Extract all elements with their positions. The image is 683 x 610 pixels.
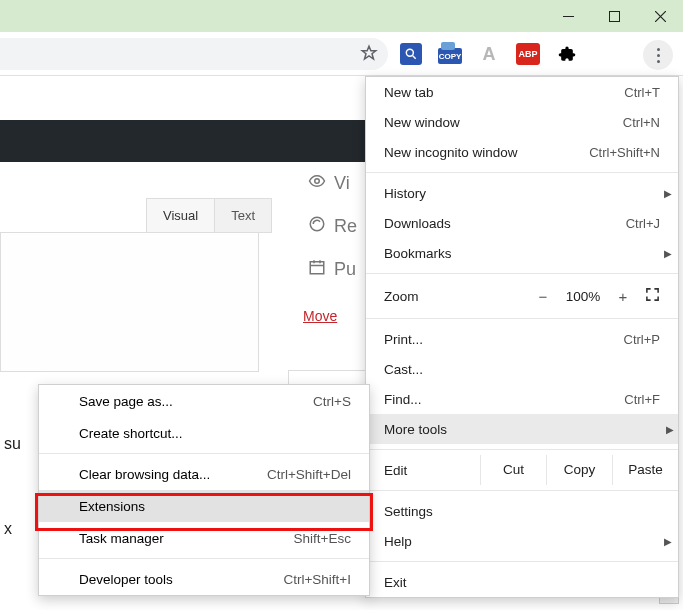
menu-separator — [366, 561, 678, 562]
menu-downloads[interactable]: DownloadsCtrl+J — [366, 208, 678, 238]
submenu-separator — [39, 558, 369, 559]
svg-rect-5 — [310, 262, 324, 274]
meta-icons: Vi Re Pu — [308, 172, 357, 281]
zoom-out-button[interactable]: − — [528, 288, 558, 305]
menu-new-tab[interactable]: New tabCtrl+T — [366, 77, 678, 107]
menu-settings[interactable]: Settings — [366, 496, 678, 526]
close-button[interactable] — [637, 0, 683, 32]
submenu-clear-browsing[interactable]: Clear browsing data...Ctrl+Shift+Del — [39, 458, 369, 490]
menu-separator — [366, 172, 678, 173]
edit-cut[interactable]: Cut — [480, 455, 546, 485]
svg-rect-1 — [609, 11, 619, 21]
submenu-separator — [39, 453, 369, 454]
extension-search-icon[interactable] — [400, 43, 422, 65]
meta-label-1: Re — [334, 216, 357, 237]
kebab-icon — [657, 48, 660, 63]
bookmark-star-icon[interactable] — [360, 44, 378, 65]
zoom-in-button[interactable]: + — [608, 288, 638, 305]
submenu-extensions[interactable]: Extensions — [39, 490, 369, 522]
extension-copy-icon[interactable]: COPY — [438, 48, 462, 64]
menu-separator — [366, 318, 678, 319]
page-text-4: x — [4, 520, 12, 538]
chevron-right-icon: ▶ — [664, 248, 672, 259]
extension-a-icon[interactable]: A — [478, 43, 500, 65]
page-dark-header — [0, 120, 370, 162]
chevron-right-icon: ▶ — [664, 188, 672, 199]
extension-icons: COPY A ABP — [400, 40, 578, 68]
submenu-task-manager[interactable]: Task managerShift+Esc — [39, 522, 369, 554]
menu-zoom: Zoom − 100% + — [366, 279, 678, 313]
menu-exit[interactable]: Exit — [366, 567, 678, 597]
menu-separator — [366, 490, 678, 491]
tab-text[interactable]: Text — [215, 198, 272, 233]
extensions-puzzle-icon[interactable] — [556, 43, 578, 65]
menu-help[interactable]: Help▶ — [366, 526, 678, 556]
submenu-save-page[interactable]: Save page as...Ctrl+S — [39, 385, 369, 417]
calendar-icon — [308, 258, 326, 281]
browser-toolbar: COPY A ABP — [0, 32, 683, 76]
menu-more-tools[interactable]: More tools▶ — [366, 414, 678, 444]
chrome-menu-button[interactable] — [643, 40, 673, 70]
meta-label-2: Pu — [334, 259, 356, 280]
editor-box[interactable] — [0, 232, 259, 372]
chrome-main-menu: New tabCtrl+T New windowCtrl+N New incog… — [365, 76, 679, 598]
window-titlebar — [0, 0, 683, 32]
submenu-developer-tools[interactable]: Developer toolsCtrl+Shift+I — [39, 563, 369, 595]
tab-visual[interactable]: Visual — [146, 198, 215, 233]
zoom-value: 100% — [558, 289, 608, 304]
menu-find[interactable]: Find...Ctrl+F — [366, 384, 678, 414]
fullscreen-button[interactable] — [638, 287, 660, 305]
chrome-window: A PUALS COPY A ABP — [0, 0, 683, 610]
zoom-label: Zoom — [384, 289, 528, 304]
maximize-button[interactable] — [591, 0, 637, 32]
svg-point-4 — [310, 217, 324, 231]
edit-label: Edit — [384, 463, 480, 478]
svg-point-2 — [406, 49, 413, 56]
edit-copy[interactable]: Copy — [546, 455, 612, 485]
extension-abp-icon[interactable]: ABP — [516, 43, 540, 65]
meta-label-0: Vi — [334, 173, 350, 194]
menu-new-incognito[interactable]: New incognito windowCtrl+Shift+N — [366, 137, 678, 167]
svg-point-3 — [315, 179, 320, 184]
eye-icon — [308, 172, 326, 195]
page-text-2: su — [4, 435, 21, 453]
chevron-right-icon: ▶ — [666, 424, 674, 435]
menu-edit-row: Edit Cut Copy Paste — [366, 455, 678, 485]
svg-rect-0 — [563, 16, 574, 17]
menu-print[interactable]: Print...Ctrl+P — [366, 324, 678, 354]
menu-separator — [366, 449, 678, 450]
menu-new-window[interactable]: New windowCtrl+N — [366, 107, 678, 137]
editor-tabs: Visual Text — [146, 198, 272, 233]
menu-history[interactable]: History▶ — [366, 178, 678, 208]
menu-separator — [366, 273, 678, 274]
edit-paste[interactable]: Paste — [612, 455, 678, 485]
chevron-right-icon: ▶ — [664, 536, 672, 547]
clock-icon — [308, 215, 326, 238]
address-bar[interactable] — [0, 38, 388, 70]
menu-cast[interactable]: Cast... — [366, 354, 678, 384]
minimize-button[interactable] — [545, 0, 591, 32]
move-to-link[interactable]: Move — [303, 308, 337, 324]
menu-bookmarks[interactable]: Bookmarks▶ — [366, 238, 678, 268]
more-tools-submenu: Save page as...Ctrl+S Create shortcut...… — [38, 384, 370, 596]
submenu-create-shortcut[interactable]: Create shortcut... — [39, 417, 369, 449]
